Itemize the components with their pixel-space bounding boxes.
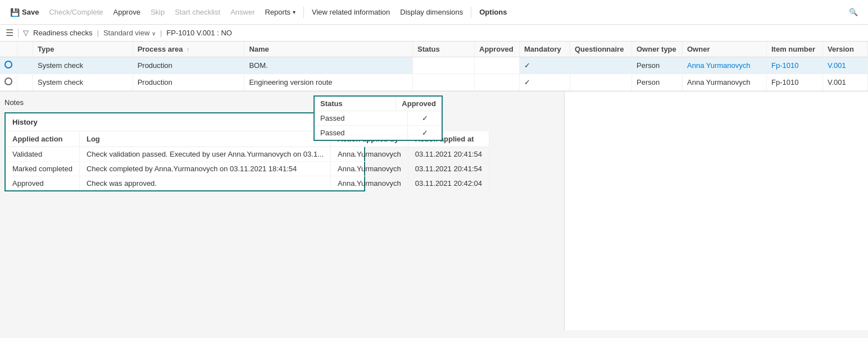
- history-title: History: [6, 113, 364, 131]
- history-log-cell: Check completed by Anna.Yurmanovych on 0…: [79, 162, 330, 176]
- filter-view-button[interactable]: Standard view ∨: [103, 29, 156, 37]
- history-action-cell: Marked completed: [6, 162, 79, 176]
- popup-approved-header: Approved: [396, 97, 442, 111]
- version-cell: V.001: [823, 74, 868, 91]
- readiness-checks-table: Type Process area ↑ Name Status Approved…: [0, 42, 868, 91]
- start-checklist-button[interactable]: Start checklist: [170, 6, 225, 19]
- item-number-cell: Fp-1010: [767, 74, 823, 91]
- radio-cell[interactable]: [0, 74, 17, 91]
- col-item-number[interactable]: Item number: [767, 42, 823, 57]
- view-related-button[interactable]: View related information: [307, 6, 394, 19]
- col-approved[interactable]: Approved: [475, 42, 520, 57]
- col-mandatory[interactable]: Mandatory: [520, 42, 570, 57]
- options-button[interactable]: Options: [475, 6, 511, 19]
- main-content: Type Process area ↑ Name Status Approved…: [0, 42, 868, 330]
- owner-type-cell: Person: [632, 57, 683, 74]
- popup-rows: Passed ✓ Passed ✓: [315, 111, 442, 140]
- popup-data-row: Passed ✓: [315, 111, 442, 126]
- version-cell: V.001: [823, 57, 868, 74]
- col-process-area[interactable]: Process area ↑: [133, 42, 244, 57]
- process-area-cell: Production: [133, 57, 244, 74]
- mandatory-cell: ✓: [520, 74, 570, 91]
- table-row[interactable]: System check Production Engineering vers…: [0, 74, 868, 91]
- popup-approved-cell: ✓: [408, 126, 442, 140]
- history-by-cell: Anna.Yurmanovych: [331, 176, 408, 191]
- col-radio: [0, 42, 17, 57]
- filter-icon[interactable]: ▽: [23, 29, 29, 37]
- display-dimensions-button[interactable]: Display dimensions: [396, 6, 467, 19]
- save-button[interactable]: 💾 Save: [6, 6, 43, 19]
- col-status[interactable]: Status: [413, 42, 475, 57]
- toolbar-separator-2: [471, 7, 471, 18]
- notes-left-panel: Notes History Applied action Log Action …: [0, 92, 564, 330]
- save-icon: 💾: [10, 8, 20, 17]
- name-cell: BOM.: [244, 57, 413, 74]
- search-icon: 🔍: [849, 8, 858, 16]
- col-refresh: [17, 42, 33, 57]
- col-questionnaire[interactable]: Questionnaire: [570, 42, 632, 57]
- questionnaire-cell: [570, 57, 632, 74]
- filter-divider-1: [18, 29, 19, 38]
- main-toolbar: 💾 Save Check/Complete Approve Skip Start…: [0, 0, 868, 25]
- answer-button[interactable]: Answer: [226, 6, 259, 19]
- col-version[interactable]: Version: [823, 42, 868, 57]
- filter-record: FP-1010 V.001 : NO: [166, 29, 232, 37]
- history-action-cell: Approved: [6, 176, 79, 191]
- col-owner[interactable]: Owner: [683, 42, 767, 57]
- check-complete-button[interactable]: Check/Complete: [44, 6, 107, 19]
- col-owner-type[interactable]: Owner type: [632, 42, 683, 57]
- history-col-action: Applied action: [6, 131, 79, 147]
- popup-status-cell: Passed: [315, 126, 408, 140]
- sidebar-toggle-button[interactable]: ☰: [6, 28, 13, 38]
- table-row[interactable]: System check Production BOM. ✓ Person An…: [0, 57, 868, 74]
- col-type[interactable]: Type: [33, 42, 133, 57]
- history-action-cell: Validated: [6, 147, 79, 162]
- filter-bar: ☰ ▽ Readiness checks | Standard view ∨ |…: [0, 25, 868, 42]
- history-by-cell: Anna.Yurmanovych: [331, 147, 408, 162]
- history-at-cell: 03.11.2021 20:41:54: [408, 147, 489, 162]
- history-panel: History Applied action Log Action applie…: [4, 112, 365, 191]
- owner-type-cell: Person: [632, 74, 683, 91]
- history-row: Validated Check validation passed. Execu…: [6, 147, 489, 162]
- notes-label: Notes: [4, 96, 560, 109]
- owner-cell: Anna Yurmanovych: [683, 74, 767, 91]
- search-button[interactable]: 🔍: [844, 6, 862, 19]
- table-area: Type Process area ↑ Name Status Approved…: [0, 42, 868, 92]
- reports-button[interactable]: Reports ▾: [260, 6, 300, 19]
- notes-right-panel: [564, 92, 868, 330]
- view-dropdown-icon: ∨: [152, 30, 156, 36]
- history-by-cell: Anna.Yurmanovych: [331, 162, 408, 176]
- history-log-cell: Check validation passed. Executed by use…: [79, 147, 330, 162]
- popup-approved-cell: ✓: [408, 111, 442, 125]
- reports-dropdown-icon: ▾: [293, 9, 296, 15]
- mandatory-cell: ✓: [520, 57, 570, 74]
- radio-cell[interactable]: [0, 57, 17, 74]
- name-cell: Engineering version route: [244, 74, 413, 91]
- filter-label: Readiness checks: [33, 29, 93, 37]
- history-col-log: Log: [79, 131, 330, 147]
- type-cell: System check: [33, 74, 133, 91]
- process-area-cell: Production: [133, 74, 244, 91]
- popup-header: Status Approved: [315, 97, 442, 111]
- history-at-cell: 03.11.2021 20:41:54: [408, 162, 489, 176]
- popup-status-cell: Passed: [315, 111, 408, 125]
- item-number-cell: Fp-1010: [767, 57, 823, 74]
- radio-button[interactable]: [4, 61, 12, 68]
- toolbar-separator-1: [303, 7, 304, 18]
- radio-button[interactable]: [4, 77, 12, 85]
- col-name[interactable]: Name: [244, 42, 413, 57]
- popup-status-header: Status: [315, 97, 396, 111]
- refresh-cell: [17, 74, 33, 91]
- type-cell: System check: [33, 57, 133, 74]
- status-approved-popup: Status Approved Passed ✓ Passed ✓: [313, 95, 443, 141]
- owner-cell: Anna Yurmanovych: [683, 57, 767, 74]
- history-row: Marked completed Check completed by Anna…: [6, 162, 489, 176]
- table-header-row: Type Process area ↑ Name Status Approved…: [0, 42, 868, 57]
- history-log-cell: Check was approved.: [79, 176, 330, 191]
- refresh-cell: [17, 57, 33, 74]
- history-at-cell: 03.11.2021 20:42:04: [408, 176, 489, 191]
- skip-button[interactable]: Skip: [146, 6, 169, 19]
- approve-button[interactable]: Approve: [108, 6, 144, 19]
- popup-data-row: Passed ✓: [315, 126, 442, 140]
- questionnaire-cell: [570, 74, 632, 91]
